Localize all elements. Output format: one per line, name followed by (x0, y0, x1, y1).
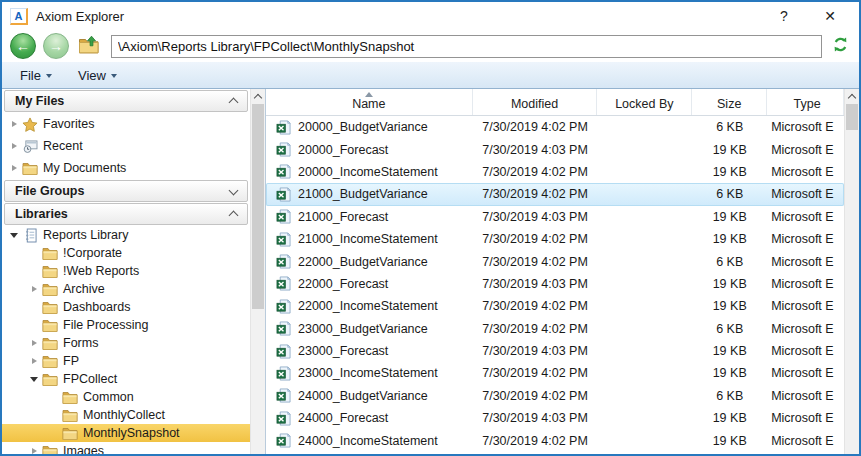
chevron-collapsed-icon[interactable] (32, 358, 37, 364)
sidebar-item-recent[interactable]: Recent (2, 135, 250, 157)
sidebar: My Files FavoritesRecentMy Documents Fil… (2, 89, 266, 454)
chevron-collapsed-icon[interactable] (32, 286, 37, 292)
file-row-20000-forecast[interactable]: 20000_Forecast7/30/2019 4:03 PM19 KBMicr… (266, 138, 844, 160)
column-header-locked-by[interactable]: Locked By (597, 89, 692, 115)
item-label: Dashboards (63, 300, 130, 314)
file-size: 6 KB (692, 322, 767, 336)
chevron-collapsed-icon[interactable] (32, 448, 37, 454)
file-row-25000-budgetvariance[interactable]: 25000_BudgetVariance7/30/2019 4:02 PM6 K… (266, 452, 844, 454)
tree-item-corporate[interactable]: !Corporate (2, 244, 250, 262)
file-row-23000-forecast[interactable]: 23000_Forecast7/30/2019 4:03 PM19 KBMicr… (266, 340, 844, 362)
scroll-up-arrow-icon[interactable] (845, 89, 859, 104)
main-scrollbar-thumb[interactable] (846, 104, 858, 130)
file-size: 19 KB (692, 232, 767, 246)
tree-item-web-reports[interactable]: !Web Reports (2, 262, 250, 280)
column-header-modified[interactable]: Modified (473, 89, 598, 115)
file-name: 23000_Forecast (298, 344, 388, 358)
tree-item-file-processing[interactable]: File Processing (2, 316, 250, 334)
section-header-libraries[interactable]: Libraries (4, 203, 248, 225)
chevron-expanded-icon[interactable] (30, 377, 38, 382)
file-row-20000-incomestatement[interactable]: 20000_IncomeStatement7/30/2019 4:02 PM19… (266, 161, 844, 183)
excel-file-icon (274, 209, 292, 225)
file-row-21000-forecast[interactable]: 21000_Forecast7/30/2019 4:03 PM19 KBMicr… (266, 206, 844, 228)
tree-item-monthlycollect[interactable]: MonthlyCollect (2, 406, 250, 424)
chevron-expanded-icon[interactable] (10, 233, 18, 238)
chevron-collapsed-icon[interactable] (32, 340, 37, 346)
forward-button[interactable]: → (43, 33, 69, 59)
tree-item-monthlysnapshot[interactable]: MonthlySnapshot (2, 424, 250, 442)
file-name: 24000_BudgetVariance (298, 389, 428, 403)
excel-file-icon (274, 142, 292, 158)
column-label: Size (717, 97, 741, 111)
file-row-22000-budgetvariance[interactable]: 22000_BudgetVariance7/30/2019 4:02 PM6 K… (266, 250, 844, 272)
file-modified: 7/30/2019 4:02 PM (473, 120, 598, 134)
file-row-22000-forecast[interactable]: 22000_Forecast7/30/2019 4:03 PM19 KBMicr… (266, 273, 844, 295)
tree-item-fpcollect[interactable]: FPCollect (2, 370, 250, 388)
column-header-size[interactable]: Size (692, 89, 767, 115)
tree-item-archive[interactable]: Archive (2, 280, 250, 298)
expand-chevron-icon[interactable] (229, 185, 239, 195)
section-header-my-files[interactable]: My Files (4, 90, 248, 112)
file-modified: 7/30/2019 4:02 PM (473, 255, 598, 269)
main-scrollbar[interactable] (844, 89, 859, 454)
up-folder-button[interactable] (76, 34, 102, 58)
file-row-24000-incomestatement[interactable]: 24000_IncomeStatement7/30/2019 4:02 PM19… (266, 429, 844, 451)
file-type: Microsoft E (767, 255, 844, 269)
chevron-collapsed-icon[interactable] (12, 143, 17, 149)
file-type: Microsoft E (767, 299, 844, 313)
file-row-21000-budgetvariance[interactable]: 21000_BudgetVariance7/30/2019 4:02 PM6 K… (266, 183, 844, 205)
close-button[interactable]: ✕ (815, 8, 845, 24)
tree-item-common[interactable]: Common (2, 388, 250, 406)
file-size: 6 KB (692, 120, 767, 134)
sidebar-item-my-documents[interactable]: My Documents (2, 157, 250, 179)
folder-icon (41, 317, 59, 333)
folder-icon (61, 389, 79, 405)
collapse-chevron-icon[interactable] (229, 211, 239, 221)
folder-icon (41, 281, 59, 297)
file-row-23000-incomestatement[interactable]: 23000_IncomeStatement7/30/2019 4:02 PM19… (266, 362, 844, 384)
tree-item-images[interactable]: Images (2, 442, 250, 454)
item-label: MonthlySnapshot (83, 426, 180, 440)
sidebar-item-favorites[interactable]: Favorites (2, 113, 250, 135)
file-row-24000-forecast[interactable]: 24000_Forecast7/30/2019 4:03 PM19 KBMicr… (266, 407, 844, 429)
folder-icon (61, 407, 79, 423)
scroll-up-arrow-icon[interactable] (251, 89, 265, 104)
tree-item-fp[interactable]: FP (2, 352, 250, 370)
tree-item-dashboards[interactable]: Dashboards (2, 298, 250, 316)
column-header-type[interactable]: Type (767, 89, 844, 115)
address-bar-input[interactable] (111, 35, 822, 58)
file-modified: 7/30/2019 4:02 PM (473, 165, 598, 179)
file-row-24000-budgetvariance[interactable]: 24000_BudgetVariance7/30/2019 4:02 PM6 K… (266, 385, 844, 407)
tree-item-reports-library[interactable]: Reports Library (2, 226, 250, 244)
file-type: Microsoft E (767, 434, 844, 448)
excel-file-icon (274, 343, 292, 359)
file-row-23000-budgetvariance[interactable]: 23000_BudgetVariance7/30/2019 4:02 PM6 K… (266, 318, 844, 340)
refresh-button[interactable] (829, 36, 851, 56)
file-type: Microsoft E (767, 165, 844, 179)
chevron-collapsed-icon[interactable] (12, 165, 17, 171)
column-header-name[interactable]: Name (266, 89, 473, 115)
excel-file-icon (274, 254, 292, 270)
excel-file-icon (274, 164, 292, 180)
sidebar-scrollbar-thumb[interactable] (252, 104, 264, 309)
dropdown-caret-icon (46, 74, 52, 78)
help-button[interactable]: ? (769, 8, 799, 24)
file-row-21000-incomestatement[interactable]: 21000_IncomeStatement7/30/2019 4:02 PM19… (266, 228, 844, 250)
section-header-file-groups[interactable]: File Groups (4, 180, 248, 202)
tree-item-forms[interactable]: Forms (2, 334, 250, 352)
collapse-chevron-icon[interactable] (229, 98, 239, 108)
sidebar-scrollbar[interactable] (250, 89, 265, 454)
file-row-22000-incomestatement[interactable]: 22000_IncomeStatement7/30/2019 4:02 PM19… (266, 295, 844, 317)
menu-view[interactable]: View (78, 68, 117, 83)
chevron-collapsed-icon[interactable] (12, 121, 17, 127)
sort-ascending-icon (365, 92, 373, 97)
folder-icon (41, 263, 59, 279)
file-name: 20000_IncomeStatement (298, 165, 438, 179)
back-button[interactable]: ← (10, 33, 36, 59)
column-label: Locked By (615, 97, 673, 111)
menu-file[interactable]: File (20, 68, 52, 83)
file-name: 24000_Forecast (298, 411, 388, 425)
file-size: 19 KB (692, 344, 767, 358)
file-row-20000-budgetvariance[interactable]: 20000_BudgetVariance7/30/2019 4:02 PM6 K… (266, 116, 844, 138)
menu-bar: File View (2, 62, 859, 89)
